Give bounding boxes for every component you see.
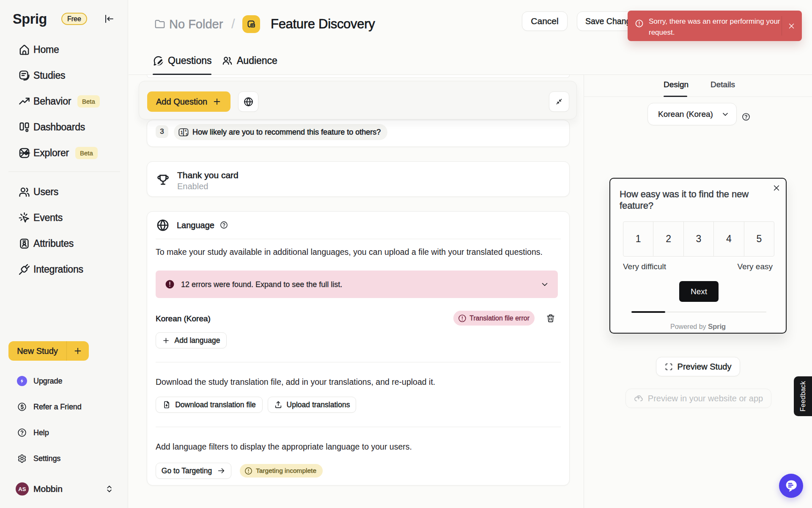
error-banner[interactable]: 12 errors were found. Expand to see the … — [156, 271, 558, 298]
upload-label: Upload translations — [287, 400, 350, 409]
scale-option-5[interactable]: 5 — [744, 222, 774, 256]
add-question-button[interactable]: Add Question — [147, 91, 230, 112]
sidebar-item-dashboards[interactable]: Dashboards — [0, 118, 128, 136]
plus-icon — [162, 337, 170, 345]
powered-by-text: Powered by — [670, 323, 706, 330]
sidebar-item-events[interactable]: Events — [0, 208, 128, 227]
sidebar-item-attributes[interactable]: Attributes — [0, 234, 128, 253]
survey-preview-card: How easy was it to find the new feature?… — [609, 178, 787, 334]
panel-divider — [584, 75, 584, 508]
add-question-label: Add Question — [156, 97, 207, 107]
language-section-title: Language — [177, 221, 214, 230]
account-switcher[interactable]: AS Mobbin — [0, 480, 128, 498]
collapse-questions-button[interactable] — [549, 91, 569, 112]
close-icon[interactable] — [773, 184, 780, 192]
sidebar-item-help[interactable]: Help — [0, 423, 128, 442]
studies-icon — [18, 69, 30, 82]
go-to-targeting-button[interactable]: Go to Targeting — [156, 463, 231, 479]
tab-questions[interactable]: Questions — [153, 55, 212, 66]
preview-language-select[interactable]: Korean (Korea) — [647, 103, 737, 125]
language-description: To make your study available in addition… — [156, 247, 543, 257]
scale-option-2[interactable]: 2 — [653, 222, 683, 256]
sidebar-item-label: Home — [33, 44, 59, 55]
trophy-icon — [156, 173, 170, 187]
language-toolbar-button[interactable] — [238, 91, 258, 112]
scale-option-4[interactable]: 4 — [714, 222, 744, 256]
cancel-button[interactable]: Cancel — [522, 11, 568, 31]
preview-in-website-button[interactable]: Preview in your website or app — [625, 389, 771, 408]
sidebar-item-explorer[interactable]: Explorer Beta — [0, 144, 128, 162]
selected-language: Korean (Korea) — [658, 110, 713, 119]
sidebar-item-upgrade[interactable]: Upgrade — [0, 372, 128, 390]
study-icon — [242, 15, 260, 33]
new-study-button[interactable]: New Study — [8, 341, 89, 361]
collapse-sidebar-button[interactable] — [104, 14, 114, 24]
language-card: Language To make your study available in… — [147, 211, 570, 486]
add-language-label: Add language — [174, 336, 220, 345]
audience-tab-icon — [222, 55, 233, 66]
divider — [156, 362, 561, 362]
question-row-card[interactable]: 3 145 How likely are you to recommend th… — [147, 120, 570, 147]
upload-translations-button[interactable]: Upload translations — [268, 397, 356, 413]
download-translation-button[interactable]: Download translation file — [156, 397, 263, 413]
new-study-plus[interactable] — [67, 341, 89, 361]
expand-icon — [665, 363, 673, 371]
chat-bubble-icon — [783, 478, 799, 494]
download-hint: Download the study translation file, add… — [156, 377, 435, 387]
sidebar-item-label: Users — [33, 186, 58, 198]
sidebar-item-settings[interactable]: Settings — [0, 449, 128, 468]
globe-icon — [243, 97, 254, 107]
tab-details[interactable]: Details — [710, 80, 735, 89]
toast-message: Sorry, there was an error performing you… — [649, 16, 784, 38]
help-circle-icon[interactable] — [220, 221, 228, 229]
sidebar-item-label: Attributes — [33, 238, 74, 249]
attributes-icon — [18, 237, 30, 250]
plan-badge: Free — [61, 13, 87, 25]
sidebar-item-integrations[interactable]: Integrations — [0, 260, 128, 279]
sidebar-item-label: Settings — [33, 454, 60, 463]
feedback-tab[interactable]: Feedback — [794, 376, 812, 416]
scale-option-3[interactable]: 3 — [684, 222, 714, 256]
chevron-down-icon[interactable] — [540, 280, 549, 289]
question-number: 3 — [156, 125, 168, 138]
sidebar-item-home[interactable]: Home — [0, 40, 128, 59]
sidebar-item-label: Help — [33, 428, 49, 437]
arrow-right-icon — [217, 467, 225, 475]
sidebar-item-refer[interactable]: Refer a Friend — [0, 398, 128, 416]
upgrade-icon — [16, 375, 28, 387]
sidebar-divider — [8, 171, 120, 172]
scale-option-1[interactable]: 1 — [623, 222, 653, 256]
divider — [156, 239, 561, 239]
svg-text:4: 4 — [185, 129, 187, 132]
progress-fill — [631, 311, 665, 313]
sidebar-item-behavior[interactable]: Behavior Beta — [0, 92, 128, 110]
powered-by: Powered by Sprig — [610, 323, 786, 331]
next-button[interactable]: Next — [679, 281, 719, 302]
behavior-icon — [18, 95, 30, 108]
account-name: Mobbin — [33, 484, 63, 494]
sidebar-item-label: Dashboards — [33, 121, 85, 133]
delete-language-button[interactable] — [546, 314, 555, 323]
question-pill[interactable]: 145 How likely are you to recommend this… — [174, 124, 387, 140]
error-banner-text: 12 errors were found. Expand to see the … — [181, 280, 342, 289]
tab-design[interactable]: Design — [664, 80, 689, 89]
sidebar-item-users[interactable]: Users — [0, 182, 128, 201]
breadcrumb-folder[interactable]: No Folder — [169, 17, 223, 31]
preview-study-button[interactable]: Preview Study — [656, 357, 740, 376]
toast-close-icon[interactable] — [788, 22, 795, 30]
scale-max-label: Very easy — [738, 262, 773, 271]
translation-error-label: Translation file error — [469, 315, 529, 322]
alert-circle-icon — [635, 19, 644, 28]
cancel-label: Cancel — [531, 16, 558, 26]
rating-scale-icon: 145 — [178, 128, 189, 137]
help-circle-icon[interactable] — [742, 113, 750, 121]
chat-button[interactable] — [779, 474, 803, 498]
add-language-button[interactable]: Add language — [156, 332, 227, 348]
sidebar-item-label: Behavior — [33, 96, 71, 107]
thank-you-card[interactable]: Thank you card Enabled — [147, 161, 570, 197]
tab-audience[interactable]: Audience — [222, 55, 277, 66]
explorer-icon — [18, 147, 30, 159]
sidebar-item-studies[interactable]: Studies — [0, 66, 128, 85]
alert-circle-icon — [244, 467, 252, 475]
rating-scale: 1 2 3 4 5 — [623, 221, 774, 257]
